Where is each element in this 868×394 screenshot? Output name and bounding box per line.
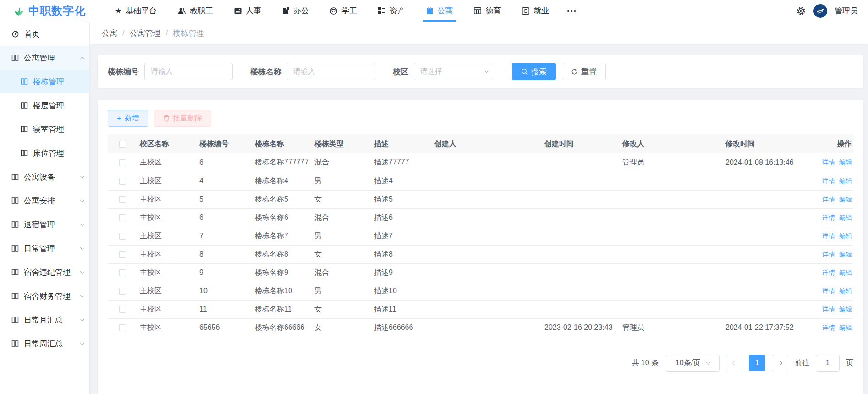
pagination-total: 共 10 条: [632, 358, 659, 368]
detail-link[interactable]: 详情: [822, 287, 835, 295]
row-checkbox[interactable]: [119, 214, 126, 221]
goto-page-input[interactable]: [816, 355, 840, 372]
user-avatar[interactable]: [813, 4, 827, 18]
nav-item-office[interactable]: 办公: [272, 0, 319, 22]
cell-building-name: 楼栋名称9: [252, 263, 312, 282]
row-checkbox[interactable]: [119, 324, 126, 331]
row-checkbox[interactable]: [119, 251, 126, 258]
nav-item-staff[interactable]: 教职工: [167, 0, 224, 22]
detail-link[interactable]: 详情: [822, 269, 835, 276]
nav-item-employment[interactable]: 就业: [511, 0, 560, 22]
detail-link[interactable]: 详情: [822, 159, 835, 166]
sidebar-item-building-mgmt[interactable]: 楼栋管理: [0, 70, 89, 93]
detail-link[interactable]: 详情: [822, 177, 835, 185]
sidebar-group-apartment-equipment[interactable]: 公寓设备: [0, 165, 89, 189]
sidebar-item-home[interactable]: 首页: [0, 22, 89, 46]
cell-building-name: 楼栋名称7: [252, 227, 312, 245]
detail-link[interactable]: 详情: [822, 232, 835, 240]
row-checkbox[interactable]: [119, 306, 126, 313]
cell-modified: [723, 208, 815, 227]
cell-modified: 2024-01-22 17:37:52: [723, 318, 815, 337]
add-button[interactable]: + 新增: [108, 110, 148, 127]
edit-link[interactable]: 编辑: [839, 214, 852, 221]
row-checkbox-cell: [108, 153, 137, 172]
app-logo[interactable]: 中职数字化: [13, 4, 92, 18]
edit-link[interactable]: 编辑: [839, 196, 852, 203]
detail-link[interactable]: 详情: [822, 214, 835, 221]
select-all-checkbox[interactable]: [119, 141, 126, 148]
add-button-label: 新增: [124, 114, 139, 123]
search-button-label: 搜索: [531, 66, 547, 77]
chevron-down-icon: [80, 341, 85, 345]
nav-item-hr[interactable]: 人事: [224, 0, 272, 22]
batch-delete-button[interactable]: 批量删除: [154, 110, 211, 127]
campus-select[interactable]: 请选择: [414, 63, 494, 80]
sidebar-group-apartment-arrangement[interactable]: 公寓安排: [0, 189, 89, 213]
search-button[interactable]: 搜索: [512, 63, 556, 80]
sidebar-group-apartment-mgmt[interactable]: 公寓管理: [0, 46, 89, 70]
cell-campus: 主校区: [137, 172, 197, 190]
chevron-down-icon: [80, 269, 85, 274]
edit-link[interactable]: 编辑: [839, 251, 852, 258]
cell-creator: [432, 172, 542, 190]
nav-label: 基础平台: [126, 5, 157, 16]
book-icon: [11, 197, 19, 204]
edit-link[interactable]: 编辑: [839, 269, 852, 276]
chevron-right-icon: [778, 361, 782, 365]
row-checkbox[interactable]: [119, 233, 126, 240]
row-checkbox-cell: [108, 190, 137, 208]
username-label[interactable]: 管理员: [835, 5, 858, 16]
nav-more-icon[interactable]: •••: [560, 7, 584, 15]
nav-item-apartment[interactable]: 公寓: [416, 0, 463, 22]
row-checkbox[interactable]: [119, 269, 126, 276]
building-name-input[interactable]: [287, 63, 375, 80]
sidebar-group-daily-monthly-summary[interactable]: 日常月汇总: [0, 308, 89, 332]
sidebar-group-checkout-mgmt[interactable]: 退宿管理: [0, 213, 89, 236]
main-content: 公寓 / 公寓管理 / 楼栋管理 楼栋编号 楼栋名称 校区 请选择: [90, 22, 868, 394]
detail-link[interactable]: 详情: [822, 196, 835, 203]
nav-item-student[interactable]: 学工: [319, 0, 368, 22]
sidebar-item-floor-mgmt[interactable]: 楼层管理: [0, 93, 89, 117]
header-modified: 修改时间: [723, 134, 815, 153]
sidebar-label: 首页: [24, 29, 40, 39]
detail-link[interactable]: 详情: [822, 306, 835, 313]
edit-link[interactable]: 编辑: [839, 177, 852, 185]
campus-select-placeholder: 请选择: [420, 67, 485, 77]
breadcrumb-item-apartment-mgmt[interactable]: 公寓管理: [130, 28, 161, 38]
cell-building-type: 女: [312, 318, 371, 337]
detail-link[interactable]: 详情: [822, 324, 835, 331]
sidebar-group-daily-weekly-summary[interactable]: 日常周汇总: [0, 332, 89, 356]
sidebar-group-dorm-violation-mgmt[interactable]: 宿舍违纪管理: [0, 260, 89, 284]
edit-link[interactable]: 编辑: [839, 287, 852, 295]
cell-modifier: [620, 172, 723, 190]
sidebar-group-dorm-finance-mgmt[interactable]: 宿舍财务管理: [0, 284, 89, 308]
buildings-table: 校区名称 楼栋编号 楼栋名称 楼栋类型 描述 创建人 创建时间 修改人 修改时间…: [108, 134, 853, 337]
detail-link[interactable]: 详情: [822, 251, 835, 258]
cell-building-no: 11: [197, 300, 252, 318]
edit-link[interactable]: 编辑: [839, 159, 852, 166]
building-no-input[interactable]: [144, 63, 233, 80]
prev-page-button[interactable]: [726, 355, 742, 371]
next-page-button[interactable]: [772, 355, 788, 371]
page-number-button[interactable]: 1: [749, 355, 765, 371]
sidebar-group-daily-mgmt[interactable]: 日常管理: [0, 236, 89, 260]
row-checkbox[interactable]: [119, 159, 126, 166]
edit-link[interactable]: 编辑: [839, 324, 852, 331]
page-size-select[interactable]: 10条/页: [666, 355, 720, 372]
nav-item-moral[interactable]: 德育: [463, 0, 511, 22]
row-checkbox[interactable]: [119, 196, 126, 203]
settings-gear-icon[interactable]: [796, 6, 806, 16]
nav-item-assets[interactable]: 资产: [368, 0, 416, 22]
edit-link[interactable]: 编辑: [839, 232, 852, 240]
breadcrumb-separator: /: [166, 28, 168, 38]
edit-link[interactable]: 编辑: [839, 306, 852, 313]
sidebar-item-bed-mgmt[interactable]: 床位管理: [0, 141, 89, 165]
row-checkbox[interactable]: [119, 178, 126, 185]
row-checkbox[interactable]: [119, 288, 126, 295]
nav-item-platform[interactable]: ★ 基础平台: [104, 0, 167, 22]
reset-button[interactable]: 重置: [562, 63, 606, 80]
cell-created: [542, 245, 620, 263]
search-panel: 楼栋编号 楼栋名称 校区 请选择 搜索: [98, 55, 863, 88]
breadcrumb-item-apartment[interactable]: 公寓: [102, 28, 117, 38]
sidebar-item-dorm-mgmt[interactable]: 寝室管理: [0, 117, 89, 141]
